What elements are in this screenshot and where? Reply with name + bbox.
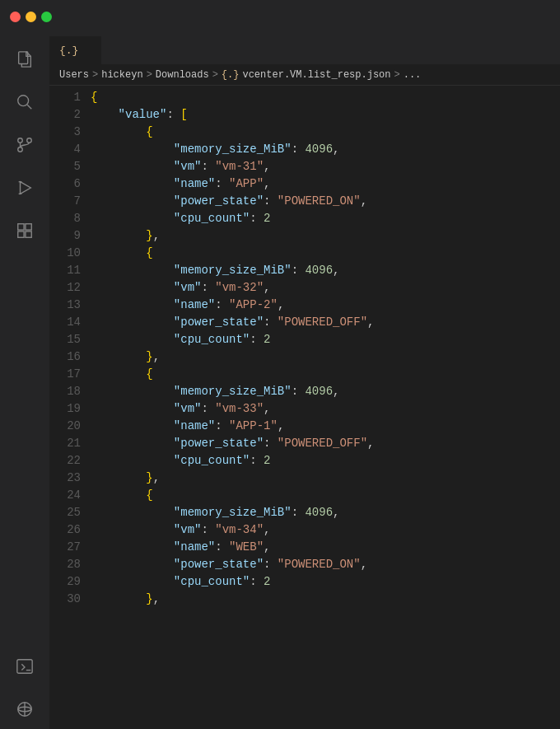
- svg-point-3: [18, 138, 23, 143]
- code-line: {: [91, 245, 560, 262]
- breadcrumb: Users > hickeyn > Downloads > {.} vcente…: [49, 64, 560, 86]
- line-numbers: 1234567891011121314151617181920212223242…: [49, 86, 91, 729]
- breadcrumb-hickeyn: hickeyn: [101, 69, 142, 81]
- code-line: "vm": "vm-31",: [91, 158, 560, 175]
- code-line: },: [91, 348, 560, 366]
- code-line: {: [91, 487, 560, 504]
- code-line: "vm": "vm-33",: [91, 400, 560, 418]
- svg-rect-12: [18, 231, 24, 237]
- code-area[interactable]: 1234567891011121314151617181920212223242…: [49, 86, 560, 729]
- breadcrumb-sep-3: >: [212, 69, 218, 81]
- code-line: "value": [: [91, 106, 560, 124]
- close-button[interactable]: [10, 12, 21, 22]
- svg-point-1: [18, 96, 29, 106]
- code-line: "cpu_count": 2: [91, 452, 560, 470]
- tab-bar: {.}: [49, 33, 560, 64]
- breadcrumb-users: Users: [59, 69, 89, 81]
- svg-rect-10: [18, 224, 24, 230]
- code-line: },: [91, 227, 560, 245]
- svg-rect-11: [26, 224, 31, 230]
- code-line: },: [91, 591, 560, 608]
- code-line: "cpu_count": 2: [91, 210, 560, 227]
- code-line: },: [91, 470, 560, 487]
- code-line: {: [91, 366, 560, 383]
- code-line: "name": "APP-2",: [91, 297, 560, 314]
- code-line: {: [91, 124, 560, 141]
- terminal-icon[interactable]: [5, 647, 44, 686]
- breadcrumb-sep-1: >: [92, 69, 98, 81]
- minimize-button[interactable]: [26, 12, 36, 22]
- svg-point-5: [18, 147, 23, 152]
- code-line: "memory_size_MiB": 4096,: [91, 262, 560, 279]
- code-line: "name": "APP-1",: [91, 418, 560, 435]
- svg-line-2: [27, 105, 31, 109]
- activity-bar: [0, 33, 49, 729]
- breadcrumb-downloads: Downloads: [156, 69, 209, 81]
- code-line: "vm": "vm-34",: [91, 521, 560, 539]
- code-line: "vm": "vm-32",: [91, 279, 560, 297]
- code-line: "name": "APP",: [91, 175, 560, 193]
- code-line: "memory_size_MiB": 4096,: [91, 141, 560, 158]
- editor-area: {.} Users > hickeyn > Downloads > {.} vc…: [49, 33, 560, 729]
- breadcrumb-filename: vcenter.VM.list_resp.json: [242, 69, 390, 81]
- code-line: "power_state": "POWERED_OFF",: [91, 314, 560, 331]
- search-icon[interactable]: [5, 82, 44, 122]
- svg-marker-7: [21, 182, 31, 194]
- title-bar: [0, 0, 560, 33]
- source-control-icon[interactable]: [5, 125, 44, 165]
- code-line: "memory_size_MiB": 4096,: [91, 383, 560, 400]
- maximize-button[interactable]: [41, 12, 52, 22]
- code-line: "memory_size_MiB": 4096,: [91, 504, 560, 521]
- code-line: {: [91, 89, 560, 106]
- code-line: "power_state": "POWERED_ON",: [91, 556, 560, 573]
- json-file-icon: {.}: [59, 44, 78, 57]
- code-line: "power_state": "POWERED_ON",: [91, 193, 560, 210]
- code-content: { "value": [ { "memory_size_MiB": 4096, …: [91, 86, 560, 729]
- remote-icon[interactable]: [5, 689, 44, 729]
- extensions-icon[interactable]: [5, 211, 44, 250]
- code-line: "cpu_count": 2: [91, 573, 560, 591]
- breadcrumb-ellipsis: ...: [404, 69, 422, 81]
- files-icon[interactable]: [5, 40, 44, 79]
- svg-rect-13: [26, 231, 31, 237]
- code-line: "power_state": "POWERED_OFF",: [91, 435, 560, 452]
- breadcrumb-json-icon: {.}: [222, 69, 240, 81]
- svg-point-4: [27, 138, 32, 143]
- breadcrumb-sep-4: >: [394, 69, 400, 81]
- code-line: "name": "WEB",: [91, 539, 560, 556]
- breadcrumb-sep-2: >: [147, 69, 152, 81]
- traffic-lights: [10, 12, 52, 22]
- code-line: "cpu_count": 2: [91, 331, 560, 348]
- run-debug-icon[interactable]: [5, 168, 44, 208]
- file-tab[interactable]: {.}: [49, 36, 101, 64]
